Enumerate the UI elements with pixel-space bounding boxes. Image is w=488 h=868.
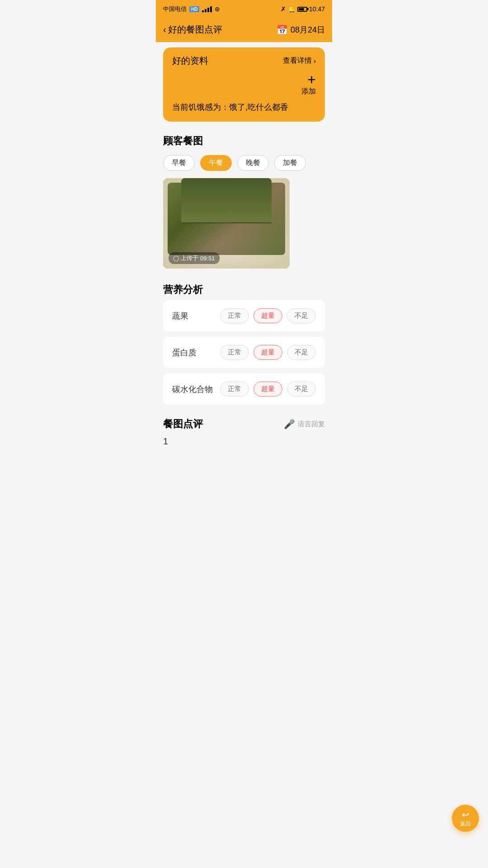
voice-review-button[interactable]: 🎤 语言回复 [284,419,325,429]
hunger-prefix: 当前饥饿感为： [172,103,229,112]
status-bar: 中国电信 HD ⊛ ✗ 🔔 10:47 [156,0,332,18]
wifi-icon: ⊛ [215,5,220,13]
clock-icon: ◯ [173,255,179,261]
nutrition-badges-vegetables: 正常 超量 不足 [220,308,316,323]
date-display: 📅 08月24日 [277,24,325,35]
badge-normal-carbs[interactable]: 正常 [220,382,249,396]
signal-icon [202,6,212,12]
date-label: 08月24日 [291,24,325,35]
carrier-label: 中国电信 [163,5,187,13]
hunger-value: 饿了,吃什么都香 [229,103,288,112]
status-right: ✗ 🔔 10:47 [281,5,325,13]
nutrition-card-protein: 蛋白质 正常 超量 不足 [163,337,325,368]
calendar-icon: 📅 [277,24,288,35]
add-button[interactable]: + 添加 [172,72,316,96]
mute-icon: 🔔 [288,5,296,13]
upload-time-prefix: 上传于 [181,254,198,262]
voice-review-label: 语言回复 [298,420,325,429]
profile-header: 好的资料 查看详情 › [172,55,316,67]
nav-bar: ‹ 好的餐图点评 📅 08月24日 [156,18,332,42]
nutrition-name-protein: 蛋白质 [172,347,197,358]
badge-over-protein[interactable]: 超量 [253,345,282,360]
customer-meal-title: 顾客餐图 [156,127,332,151]
tab-snack[interactable]: 加餐 [274,155,306,171]
nutrition-card-carbs: 碳水化合物 正常 超量 不足 [163,373,325,405]
nutrition-card-vegetables: 蔬果 正常 超量 不足 [163,300,325,331]
badge-over-vegetables[interactable]: 超量 [253,308,282,323]
view-detail-button[interactable]: 查看详情 › [283,56,316,66]
tab-breakfast[interactable]: 早餐 [163,155,195,171]
back-button[interactable]: ‹ 好的餐图点评 [163,24,222,36]
bluetooth-icon: ✗ [281,5,286,13]
time-label: 10:47 [309,5,325,13]
food-image[interactable]: ◯ 上传于 09:51 [163,178,290,269]
meal-tabs: 早餐 午餐 晚餐 加餐 [156,151,332,178]
nutrition-name-vegetables: 蔬果 [172,311,188,321]
nutrition-section: 蔬果 正常 超量 不足 蛋白质 正常 超量 不足 碳水化合物 正常 超量 不足 [156,300,332,405]
review-number: 1 [156,431,332,452]
page-title: 好的餐图点评 [168,24,222,36]
status-left: 中国电信 HD ⊛ [163,5,220,13]
nutrition-title: 营养分析 [156,276,332,300]
food-upper-dish [181,178,272,223]
badge-normal-protein[interactable]: 正常 [220,345,249,360]
mic-icon: 🎤 [284,419,295,429]
profile-name: 好的资料 [172,55,208,67]
badge-insufficient-vegetables[interactable]: 不足 [287,308,316,323]
review-title: 餐图点评 [163,417,203,431]
badge-normal-vegetables[interactable]: 正常 [220,308,249,323]
hd-badge: HD [189,6,199,12]
badge-insufficient-protein[interactable]: 不足 [287,345,316,360]
review-section-header: 餐图点评 🎤 语言回复 [156,410,332,431]
add-label: 添加 [301,87,316,96]
main-content: 好的资料 查看详情 › + 添加 当前饥饿感为：饿了,吃什么都香 顾客餐图 早餐… [156,47,332,452]
add-plus-icon: + [307,72,316,87]
tab-dinner[interactable]: 晚餐 [237,155,269,171]
upload-time-value: 09:51 [200,255,215,262]
nutrition-badges-carbs: 正常 超量 不足 [220,382,316,396]
battery-icon [297,7,307,12]
hunger-status: 当前饥饿感为：饿了,吃什么都香 [172,102,316,113]
back-chevron-icon: ‹ [163,24,166,35]
badge-insufficient-carbs[interactable]: 不足 [287,382,316,396]
profile-card: 好的资料 查看详情 › + 添加 当前饥饿感为：饿了,吃什么都香 [163,47,325,122]
nutrition-badges-protein: 正常 超量 不足 [220,345,316,360]
view-detail-label: 查看详情 [283,56,312,66]
upload-time: ◯ 上传于 09:51 [169,252,220,264]
tab-lunch[interactable]: 午餐 [200,155,232,171]
nutrition-name-carbs: 碳水化合物 [172,384,213,395]
badge-over-carbs[interactable]: 超量 [253,382,282,396]
view-detail-chevron-icon: › [314,57,316,65]
